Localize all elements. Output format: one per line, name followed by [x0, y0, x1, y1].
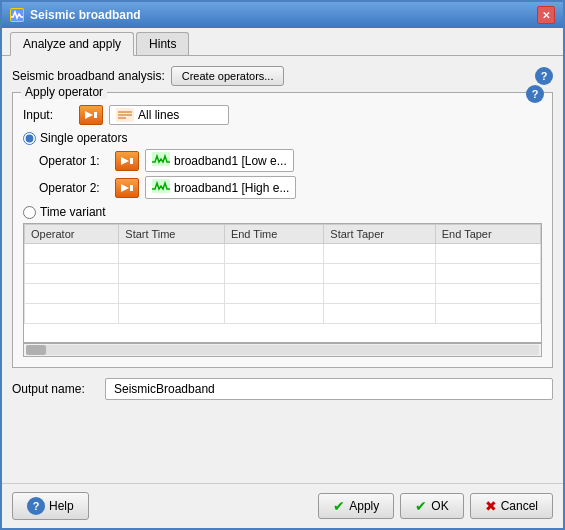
title-bar: Seismic broadband ✕	[2, 2, 563, 28]
ok-check-icon: ✔	[415, 498, 427, 514]
apply-operator-help-icon[interactable]: ?	[526, 85, 544, 103]
output-row: Output name:	[12, 374, 553, 404]
input-field-icon	[116, 108, 134, 122]
input-label: Input:	[23, 108, 73, 122]
operator1-value-field: broadband1 [Low e...	[145, 149, 294, 172]
input-value-text: All lines	[138, 108, 179, 122]
analysis-help-icon[interactable]: ?	[535, 67, 553, 85]
single-operators-label: Single operators	[40, 131, 127, 145]
cancel-cross-icon: ✖	[485, 498, 497, 514]
operator2-row: Operator 2: broadband1 [High e...	[39, 176, 542, 199]
operator1-value-text: broadband1 [Low e...	[174, 154, 287, 168]
svg-marker-7	[121, 157, 129, 165]
operator2-arrow-button[interactable]	[115, 178, 139, 198]
window-content: Analyze and apply Hints Seismic broadban…	[2, 28, 563, 528]
cancel-button[interactable]: ✖ Cancel	[470, 493, 553, 519]
table-row	[25, 264, 541, 284]
operator2-value-text: broadband1 [High e...	[174, 181, 289, 195]
analysis-label: Seismic broadband analysis:	[12, 69, 165, 83]
svg-rect-8	[130, 158, 133, 164]
operator2-label: Operator 2:	[39, 181, 109, 195]
apply-button[interactable]: ✔ Apply	[318, 493, 394, 519]
single-operators-radio[interactable]	[23, 132, 36, 145]
operator-table: Operator Start Time End Time Start Taper…	[24, 224, 541, 324]
table-row	[25, 304, 541, 324]
operator1-row: Operator 1: broadband1 [Low e...	[39, 149, 542, 172]
scrollbar-track	[26, 345, 539, 355]
table-row	[25, 284, 541, 304]
help-button[interactable]: ? Help	[12, 492, 89, 520]
time-variant-label: Time variant	[40, 205, 106, 219]
table-row	[25, 244, 541, 264]
tab-bar: Analyze and apply Hints	[2, 28, 563, 56]
output-name-input[interactable]	[105, 378, 553, 400]
col-start-time: Start Time	[119, 225, 225, 244]
analysis-row: Seismic broadband analysis: Create opera…	[12, 66, 553, 86]
main-content-area: Seismic broadband analysis: Create opera…	[2, 56, 563, 483]
close-button[interactable]: ✕	[537, 6, 555, 24]
footer-right: ✔ Apply ✔ OK ✖ Cancel	[318, 493, 553, 519]
svg-marker-1	[85, 111, 93, 119]
window-icon	[10, 8, 24, 22]
col-end-taper: End Taper	[435, 225, 540, 244]
svg-rect-11	[130, 185, 133, 191]
footer: ? Help ✔ Apply ✔ OK ✖ Cancel	[2, 483, 563, 528]
horizontal-scrollbar[interactable]	[23, 343, 542, 357]
single-operators-row: Single operators	[23, 131, 542, 145]
col-operator: Operator	[25, 225, 119, 244]
input-row: Input: All lines	[23, 105, 542, 125]
tab-analyze[interactable]: Analyze and apply	[10, 32, 134, 56]
apply-check-icon: ✔	[333, 498, 345, 514]
section-title: Apply operator	[21, 85, 107, 99]
ok-button[interactable]: ✔ OK	[400, 493, 463, 519]
svg-marker-10	[121, 184, 129, 192]
main-window: Seismic broadband ✕ Analyze and apply Hi…	[0, 0, 565, 530]
operator1-label: Operator 1:	[39, 154, 109, 168]
scrollbar-thumb[interactable]	[26, 345, 46, 355]
window-title: Seismic broadband	[30, 8, 141, 22]
tab-hints[interactable]: Hints	[136, 32, 189, 55]
operator1-icon	[152, 152, 170, 169]
svg-rect-2	[94, 112, 97, 118]
help-circle-icon: ?	[27, 497, 45, 515]
col-start-taper: Start Taper	[324, 225, 435, 244]
apply-operator-section: Apply operator ? Input: All lines	[12, 92, 553, 368]
output-label: Output name:	[12, 382, 97, 396]
time-variant-row: Time variant	[23, 205, 542, 219]
create-operators-button[interactable]: Create operators...	[171, 66, 285, 86]
operator1-arrow-button[interactable]	[115, 151, 139, 171]
operator2-icon	[152, 179, 170, 196]
col-end-time: End Time	[224, 225, 323, 244]
footer-left: ? Help	[12, 492, 89, 520]
input-value-field: All lines	[109, 105, 229, 125]
time-variant-table[interactable]: Operator Start Time End Time Start Taper…	[23, 223, 542, 343]
operator2-value-field: broadband1 [High e...	[145, 176, 296, 199]
time-variant-radio[interactable]	[23, 206, 36, 219]
input-arrow-button[interactable]	[79, 105, 103, 125]
